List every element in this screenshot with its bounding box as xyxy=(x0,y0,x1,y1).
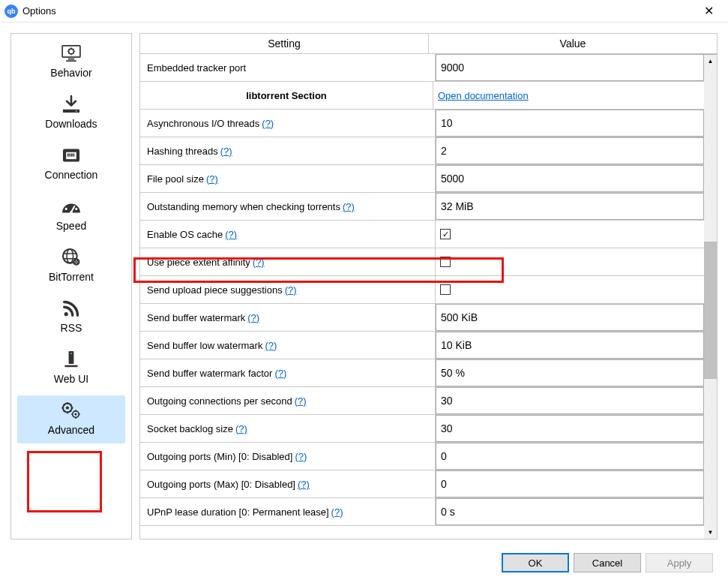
table-row: Outgoing ports (Min) [0: Disabled] (?)▲▼ xyxy=(140,443,717,470)
help-link[interactable]: (?) xyxy=(285,284,297,296)
sidebar-label: Advanced xyxy=(48,424,94,436)
server-icon xyxy=(58,349,84,370)
spin-input[interactable]: ▲▼ xyxy=(436,54,717,81)
scroll-thumb[interactable] xyxy=(704,242,717,379)
svg-rect-3 xyxy=(66,60,76,62)
spin-input[interactable]: ▲▼ xyxy=(436,415,717,442)
scroll-up-icon[interactable]: ▲ xyxy=(704,55,717,68)
value-input[interactable] xyxy=(436,415,703,442)
svg-rect-8 xyxy=(67,153,69,156)
checkbox[interactable] xyxy=(440,257,451,267)
scroll-down-icon[interactable]: ▼ xyxy=(704,526,717,539)
table-row: Send buffer watermark factor (?)▲▼ xyxy=(140,359,717,387)
spin-input[interactable]: ▲▼ xyxy=(436,304,717,331)
setting-label: Hashing threads (?) xyxy=(140,137,436,164)
sidebar: Behavior Downloads Connection Speed BitT… xyxy=(10,33,132,539)
sidebar-item-webui[interactable]: Web UI xyxy=(17,344,125,392)
app-icon: qb xyxy=(4,5,18,18)
help-link[interactable]: (?) xyxy=(247,312,259,323)
help-link[interactable]: (?) xyxy=(274,368,286,379)
table-row: UPnP lease duration [0: Permanent lease]… xyxy=(140,498,717,526)
value-input[interactable] xyxy=(436,443,703,470)
gears-icon xyxy=(58,400,84,421)
scroll-track[interactable] xyxy=(704,68,717,526)
help-link[interactable]: (?) xyxy=(220,146,232,157)
sidebar-label: BitTorrent xyxy=(49,271,94,283)
sidebar-item-speed[interactable]: Speed xyxy=(17,191,125,239)
spin-input[interactable]: ▲▼ xyxy=(436,498,717,525)
help-link[interactable]: (?) xyxy=(343,201,355,212)
sidebar-label: Web UI xyxy=(54,373,88,385)
scrollbar[interactable]: ▲ ▼ xyxy=(704,55,717,539)
spin-input[interactable]: ▲▼ xyxy=(436,470,717,497)
cancel-button[interactable]: Cancel xyxy=(574,553,641,572)
spin-input[interactable]: ▲▼ xyxy=(436,387,717,414)
setting-label: File pool size (?) xyxy=(140,165,436,192)
value-input[interactable] xyxy=(436,470,703,497)
checkbox[interactable] xyxy=(440,284,451,295)
sidebar-item-rss[interactable]: RSS xyxy=(17,293,125,341)
download-icon xyxy=(58,94,84,115)
help-link[interactable]: (?) xyxy=(295,451,307,462)
help-link[interactable]: (?) xyxy=(298,479,310,490)
svg-rect-10 xyxy=(71,153,73,156)
spin-input[interactable]: ▲▼ xyxy=(436,359,717,386)
sidebar-item-behavior[interactable]: Behavior xyxy=(17,38,125,86)
value-input[interactable] xyxy=(436,110,703,137)
sidebar-label: Speed xyxy=(56,220,86,232)
help-link[interactable]: (?) xyxy=(235,423,247,434)
setting-label: Asynchronous I/O threads (?) xyxy=(140,110,436,137)
value-input[interactable] xyxy=(436,387,703,414)
setting-label: Enable OS cache (?) xyxy=(140,221,436,248)
value-input[interactable] xyxy=(436,498,703,525)
value-input[interactable] xyxy=(436,137,703,164)
setting-label: Use piece extent affinity (?) xyxy=(140,248,436,275)
checkbox[interactable]: ✓ xyxy=(440,229,451,239)
sidebar-item-connection[interactable]: Connection xyxy=(17,140,125,188)
table-row: Outgoing ports (Max) [0: Disabled] (?)▲▼ xyxy=(140,470,717,498)
svg-point-12 xyxy=(65,208,67,210)
close-icon[interactable]: ✕ xyxy=(694,4,724,18)
sidebar-item-bittorrent[interactable]: BitTorrent xyxy=(17,242,125,290)
sidebar-item-advanced[interactable]: Advanced xyxy=(17,395,125,443)
titlebar: qb Options ✕ xyxy=(0,0,728,23)
spin-input[interactable]: ▲▼ xyxy=(436,443,717,470)
svg-rect-11 xyxy=(73,153,75,156)
spin-input[interactable]: ▲▼ xyxy=(436,193,717,220)
setting-label: Embedded tracker port xyxy=(140,54,436,81)
sidebar-label: Downloads xyxy=(45,118,97,130)
value-input[interactable] xyxy=(436,193,703,220)
setting-label: Send buffer low watermark (?) xyxy=(140,332,436,359)
svg-point-13 xyxy=(75,208,77,210)
help-link[interactable]: (?) xyxy=(225,229,237,240)
setting-label: UPnP lease duration [0: Permanent lease]… xyxy=(140,498,436,525)
spin-input[interactable]: ▲▼ xyxy=(436,137,717,164)
value-input[interactable] xyxy=(436,54,703,81)
help-link[interactable]: (?) xyxy=(331,506,343,518)
help-link[interactable]: (?) xyxy=(265,340,277,351)
setting-label: Socket backlog size (?) xyxy=(140,415,436,442)
sidebar-item-downloads[interactable]: Downloads xyxy=(17,89,125,137)
apply-button: Apply xyxy=(646,553,713,572)
value-input[interactable] xyxy=(436,165,703,192)
value-input[interactable] xyxy=(436,332,703,359)
table-header: Setting Value xyxy=(140,34,717,54)
open-documentation-link[interactable]: Open documentation xyxy=(438,90,529,101)
help-link[interactable]: (?) xyxy=(206,173,218,185)
help-link[interactable]: (?) xyxy=(253,257,265,268)
section-row: libtorrent SectionOpen documentation xyxy=(140,82,717,110)
svg-point-14 xyxy=(70,211,72,213)
value-input[interactable] xyxy=(436,359,703,386)
setting-label: Send buffer watermark factor (?) xyxy=(140,359,436,386)
svg-point-18 xyxy=(64,312,68,316)
table-row: Use piece extent affinity (?) xyxy=(140,248,717,276)
dialog-footer: OK Cancel Apply xyxy=(502,553,713,572)
spin-input[interactable]: ▲▼ xyxy=(436,110,717,137)
spin-input[interactable]: ▲▼ xyxy=(436,165,717,192)
spin-input[interactable]: ▲▼ xyxy=(436,332,717,359)
setting-label: Outstanding memory when checking torrent… xyxy=(140,193,436,220)
help-link[interactable]: (?) xyxy=(295,395,307,407)
value-input[interactable] xyxy=(436,304,703,331)
ok-button[interactable]: OK xyxy=(502,553,569,572)
help-link[interactable]: (?) xyxy=(262,118,274,129)
